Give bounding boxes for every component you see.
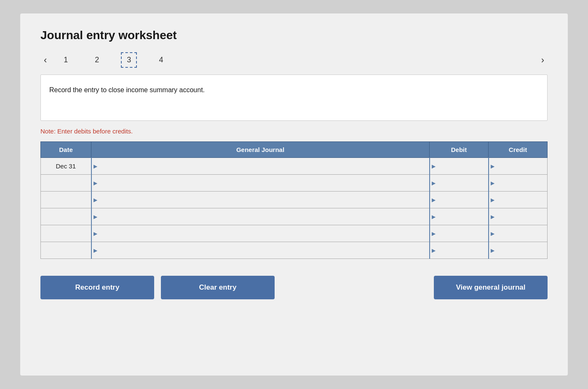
journal-input-4[interactable] <box>95 225 429 242</box>
arrow-journal-2: ▶ <box>94 197 97 203</box>
date-input-1[interactable] <box>41 175 91 191</box>
date-cell-1[interactable] <box>41 175 91 192</box>
journal-input-5[interactable] <box>95 242 429 258</box>
credit-input-0[interactable] <box>489 158 548 174</box>
date-input-5[interactable] <box>41 242 91 258</box>
main-container: Journal entry worksheet ‹ 1 2 3 4 › Reco… <box>20 13 568 376</box>
credit-cell-0[interactable]: ▶ <box>489 158 548 175</box>
debit-cell-0[interactable]: ▶ <box>430 158 489 175</box>
col-header-credit: Credit <box>489 142 548 158</box>
arrow-journal-1: ▶ <box>94 180 97 186</box>
clear-entry-button[interactable]: Clear entry <box>161 276 275 299</box>
journal-input-3[interactable] <box>95 208 429 225</box>
record-entry-button[interactable]: Record entry <box>40 276 154 299</box>
col-header-journal: General Journal <box>91 142 430 158</box>
arrow-credit-5: ▶ <box>491 248 494 253</box>
view-general-journal-button[interactable]: View general journal <box>434 276 548 299</box>
arrow-journal-4: ▶ <box>94 231 97 237</box>
arrow-credit-2: ▶ <box>491 197 494 203</box>
arrow-journal-5: ▶ <box>94 248 97 253</box>
debit-cell-1[interactable]: ▶ <box>430 175 489 192</box>
table-row: ▶▶▶ <box>41 208 548 225</box>
col-header-date: Date <box>41 142 91 158</box>
date-cell-2[interactable] <box>41 192 91 208</box>
journal-cell-2[interactable]: ▶ <box>91 192 430 208</box>
page-title: Journal entry worksheet <box>40 29 548 42</box>
credit-input-1[interactable] <box>489 175 548 191</box>
arrow-journal-0: ▶ <box>94 163 97 169</box>
credit-input-4[interactable] <box>489 225 548 242</box>
credit-input-3[interactable] <box>489 208 548 225</box>
step-2[interactable]: 2 <box>90 53 104 67</box>
debit-cell-5[interactable]: ▶ <box>430 242 489 259</box>
journal-cell-0[interactable]: ▶ <box>91 158 430 175</box>
table-row: ▶▶▶ <box>41 192 548 208</box>
journal-cell-5[interactable]: ▶ <box>91 242 430 259</box>
debit-input-3[interactable] <box>430 208 488 225</box>
credit-cell-1[interactable]: ▶ <box>489 175 548 192</box>
debit-input-2[interactable] <box>430 192 488 208</box>
credit-cell-3[interactable]: ▶ <box>489 208 548 225</box>
date-input-2[interactable] <box>41 192 91 208</box>
credit-cell-4[interactable]: ▶ <box>489 225 548 242</box>
debit-input-4[interactable] <box>430 225 488 242</box>
table-row: ▶▶▶ <box>41 242 548 259</box>
step-1[interactable]: 1 <box>59 53 73 67</box>
arrow-credit-4: ▶ <box>491 231 494 237</box>
table-row: ▶▶▶ <box>41 225 548 242</box>
debit-cell-4[interactable]: ▶ <box>430 225 489 242</box>
date-cell-4[interactable] <box>41 225 91 242</box>
credit-cell-2[interactable]: ▶ <box>489 192 548 208</box>
arrow-debit-0: ▶ <box>432 163 436 169</box>
journal-cell-3[interactable]: ▶ <box>91 208 430 225</box>
credit-input-5[interactable] <box>489 242 548 258</box>
arrow-credit-0: ▶ <box>491 163 494 169</box>
instruction-box: Record the entry to close income summary… <box>40 75 548 121</box>
debit-cell-2[interactable]: ▶ <box>430 192 489 208</box>
col-header-debit: Debit <box>430 142 489 158</box>
date-cell-5[interactable] <box>41 242 91 259</box>
debit-input-5[interactable] <box>430 242 488 258</box>
date-cell-3[interactable] <box>41 208 91 225</box>
arrow-debit-5: ▶ <box>432 248 436 253</box>
arrow-credit-1: ▶ <box>491 180 494 186</box>
next-arrow[interactable]: › <box>538 53 548 67</box>
table-row: ▶▶▶ <box>41 175 548 192</box>
arrow-debit-4: ▶ <box>432 231 436 237</box>
credit-cell-5[interactable]: ▶ <box>489 242 548 259</box>
credit-input-2[interactable] <box>489 192 548 208</box>
step-3-active[interactable]: 3 <box>121 52 137 68</box>
step-4[interactable]: 4 <box>154 53 168 67</box>
date-input-4[interactable] <box>41 225 91 242</box>
debit-input-0[interactable] <box>430 158 488 174</box>
arrow-debit-1: ▶ <box>432 180 436 186</box>
journal-input-1[interactable] <box>95 175 429 191</box>
instruction-text: Record the entry to close income summary… <box>49 86 205 93</box>
table-row: Dec 31▶▶▶ <box>41 158 548 175</box>
buttons-row: Record entry Clear entry View general jo… <box>40 276 548 299</box>
journal-input-2[interactable] <box>95 192 429 208</box>
journal-cell-1[interactable]: ▶ <box>91 175 430 192</box>
date-input-3[interactable] <box>41 208 91 225</box>
debit-input-1[interactable] <box>430 175 488 191</box>
date-cell-0[interactable]: Dec 31 <box>41 158 91 175</box>
arrow-journal-3: ▶ <box>94 214 97 220</box>
arrow-debit-2: ▶ <box>432 197 436 203</box>
journal-input-0[interactable] <box>95 158 429 174</box>
journal-cell-4[interactable]: ▶ <box>91 225 430 242</box>
arrow-debit-3: ▶ <box>432 214 436 220</box>
debit-cell-3[interactable]: ▶ <box>430 208 489 225</box>
arrow-credit-3: ▶ <box>491 214 494 220</box>
note-text: Note: Enter debits before credits. <box>40 128 548 135</box>
nav-row: ‹ 1 2 3 4 › <box>40 52 548 68</box>
journal-table: Date General Journal Debit Credit Dec 31… <box>40 141 548 259</box>
prev-arrow[interactable]: ‹ <box>40 53 50 67</box>
